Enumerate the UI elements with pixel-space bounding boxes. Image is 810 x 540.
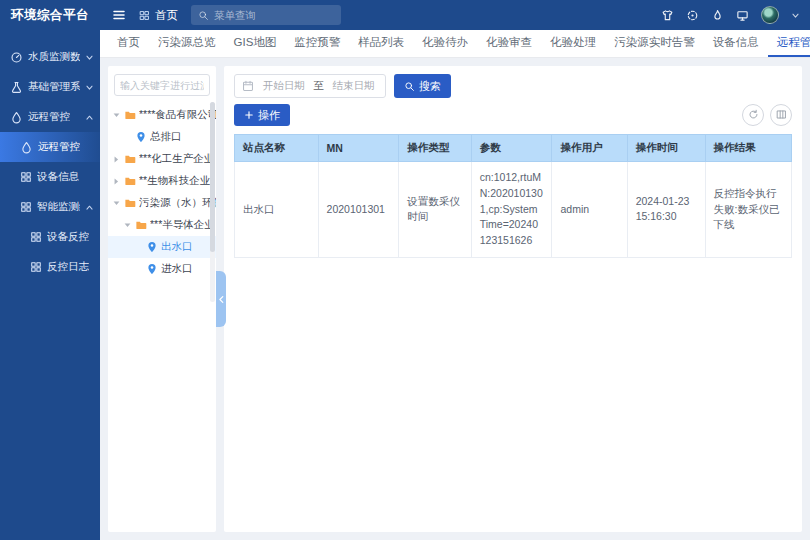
operation-log-table: 站点名称MN操作类型参数操作用户操作时间操作结果 出水口2020101301设置… bbox=[234, 134, 792, 258]
grid-icon bbox=[30, 261, 42, 273]
tree-node[interactable]: 污染源（水）环保局 bbox=[108, 192, 216, 214]
column-header: MN bbox=[318, 135, 399, 162]
grid-icon bbox=[30, 231, 42, 243]
column-header: 操作时间 bbox=[627, 135, 705, 162]
column-settings-button[interactable] bbox=[770, 104, 792, 126]
tab-item[interactable]: 远程管控 × bbox=[768, 30, 810, 57]
tab-item[interactable]: 化验待办 bbox=[413, 30, 477, 57]
grid-icon bbox=[20, 201, 32, 213]
date-range-separator: 至 bbox=[313, 79, 324, 93]
tree-node[interactable]: ****食品有限公司 bbox=[108, 104, 216, 126]
tab-bar-items: 首页 污染源总览 GIS地图 监控预警 样品列表 化验待办 化验审查 化验处理 … bbox=[108, 30, 810, 57]
column-header: 操作结果 bbox=[705, 135, 791, 162]
sidebar-item[interactable]: 基础管理系统 bbox=[0, 72, 100, 102]
operate-button[interactable]: 操作 bbox=[234, 104, 290, 126]
refresh-icon bbox=[748, 106, 759, 124]
refresh-button[interactable] bbox=[742, 104, 764, 126]
tab-item[interactable]: GIS地图 bbox=[225, 30, 286, 57]
chevron-up-icon bbox=[85, 113, 94, 122]
folder-icon bbox=[124, 175, 136, 187]
gauge-icon bbox=[10, 51, 23, 64]
filters-row: 开始日期 至 结束日期 搜索 bbox=[234, 74, 792, 98]
tree-node[interactable]: 总排口 bbox=[108, 126, 216, 148]
monitor-icon[interactable] bbox=[736, 9, 749, 22]
tab-item[interactable]: 样品列表 bbox=[349, 30, 413, 57]
caret-down-icon[interactable] bbox=[112, 199, 121, 208]
calendar-icon bbox=[242, 80, 254, 92]
avatar[interactable] bbox=[761, 6, 779, 24]
end-date-input[interactable]: 结束日期 bbox=[329, 79, 378, 93]
caret-down-icon[interactable] bbox=[112, 111, 121, 120]
tab-item[interactable]: 化验审查 bbox=[477, 30, 541, 57]
folder-icon bbox=[135, 219, 147, 231]
operate-button-label: 操作 bbox=[258, 108, 280, 123]
menu-search-box[interactable] bbox=[191, 5, 341, 25]
columns-icon bbox=[776, 106, 787, 124]
pin-icon bbox=[146, 241, 158, 253]
sidebar: 环境综合平台 水质监测数据综合分析 基础管理系统 远程管控 远程管控 设备信息 … bbox=[0, 0, 100, 540]
search-button[interactable]: 搜索 bbox=[394, 74, 451, 98]
date-range-picker[interactable]: 开始日期 至 结束日期 bbox=[234, 74, 386, 98]
tab-item[interactable]: 监控预警 bbox=[285, 30, 349, 57]
table-body: 出水口2020101301设置数采仪时间cn:1012,rtuMN:202010… bbox=[235, 162, 792, 258]
folder-icon bbox=[124, 153, 136, 165]
app-window: 环境综合平台 水质监测数据综合分析 基础管理系统 远程管控 远程管控 设备信息 … bbox=[0, 0, 810, 540]
org-tree: ****食品有限公司 总排口 ***化工生产企业 **生物科技企业 污染源（水）… bbox=[108, 104, 216, 280]
chevron-down-icon bbox=[85, 83, 94, 92]
main-area: 首页 首页 污染源总览 GIS地图 监控预警 bbox=[100, 0, 810, 540]
collapse-tree-handle[interactable] bbox=[216, 271, 226, 327]
caret-down-icon[interactable] bbox=[123, 221, 132, 230]
tab-item[interactable]: 化验处理 bbox=[541, 30, 605, 57]
tab-item[interactable]: 污染源总览 bbox=[149, 30, 225, 57]
folder-icon bbox=[124, 197, 136, 209]
chevron-down-icon[interactable] bbox=[791, 11, 800, 20]
sidebar-item[interactable]: 水质监测数据综合分析 bbox=[0, 42, 100, 72]
grid-icon bbox=[20, 171, 32, 183]
breadcrumb[interactable]: 首页 bbox=[139, 8, 178, 23]
app-title: 环境综合平台 bbox=[0, 0, 100, 30]
table-cell: cn:1012,rtuMN:2020101301,cp:SystemTime=2… bbox=[471, 162, 552, 258]
pin-icon bbox=[135, 131, 147, 143]
start-date-input[interactable]: 开始日期 bbox=[259, 79, 308, 93]
tree-scrollbar-track bbox=[210, 102, 215, 302]
tree-scrollbar-thumb[interactable] bbox=[210, 102, 215, 252]
sidebar-item[interactable]: 设备信息 bbox=[0, 162, 100, 192]
caret-right-icon[interactable] bbox=[112, 155, 121, 164]
sidebar-item[interactable]: 远程管控 bbox=[0, 102, 100, 132]
tab-item[interactable]: 污染源实时告警 bbox=[605, 30, 704, 57]
dashboard-icon[interactable] bbox=[686, 9, 699, 22]
sidebar-item[interactable]: 反控日志 bbox=[0, 252, 100, 282]
table-cell: 2024-01-23 15:16:30 bbox=[627, 162, 705, 258]
content-area: ****食品有限公司 总排口 ***化工生产企业 **生物科技企业 污染源（水）… bbox=[100, 58, 810, 540]
table-cell: 反控指令执行失败:数采仪已下线 bbox=[705, 162, 791, 258]
flame-icon[interactable] bbox=[711, 9, 724, 22]
tab-item[interactable]: 设备信息 bbox=[704, 30, 768, 57]
action-row: 操作 bbox=[234, 104, 792, 126]
home-icon bbox=[139, 10, 150, 21]
tree-node[interactable]: ***半导体企业 bbox=[108, 214, 216, 236]
chevron-up-icon bbox=[85, 203, 94, 212]
sidebar-item[interactable]: 远程管控 bbox=[0, 132, 100, 162]
tree-node[interactable]: **生物科技企业 bbox=[108, 170, 216, 192]
table-cell: 出水口 bbox=[235, 162, 319, 258]
table-cell: 设置数采仪时间 bbox=[399, 162, 471, 258]
tree-node[interactable]: ***化工生产企业 bbox=[108, 148, 216, 170]
caret-right-icon[interactable] bbox=[112, 177, 121, 186]
tree-node[interactable]: 进水口 bbox=[108, 258, 216, 280]
hamburger-menu-icon[interactable] bbox=[112, 8, 126, 22]
table-row[interactable]: 出水口2020101301设置数采仪时间cn:1012,rtuMN:202010… bbox=[235, 162, 792, 258]
tab-bar: 首页 污染源总览 GIS地图 监控预警 样品列表 化验待办 化验审查 化验处理 … bbox=[100, 30, 810, 58]
sidebar-item[interactable]: 智能监测终端 bbox=[0, 192, 100, 222]
table-cell: admin bbox=[552, 162, 627, 258]
flask-icon bbox=[10, 81, 23, 94]
sidebar-item[interactable]: 设备反控 bbox=[0, 222, 100, 252]
table-header: 站点名称MN操作类型参数操作用户操作时间操作结果 bbox=[235, 135, 792, 162]
pin-icon bbox=[146, 263, 158, 275]
sidebar-menu: 水质监测数据综合分析 基础管理系统 远程管控 远程管控 设备信息 智能监测终端 … bbox=[0, 42, 100, 282]
shirt-icon[interactable] bbox=[661, 9, 674, 22]
menu-search-input[interactable] bbox=[214, 9, 334, 21]
tree-node[interactable]: 出水口 bbox=[108, 236, 216, 258]
tree-filter-input[interactable] bbox=[114, 74, 210, 96]
tab-item[interactable]: 首页 bbox=[108, 30, 149, 57]
column-header: 操作类型 bbox=[399, 135, 471, 162]
